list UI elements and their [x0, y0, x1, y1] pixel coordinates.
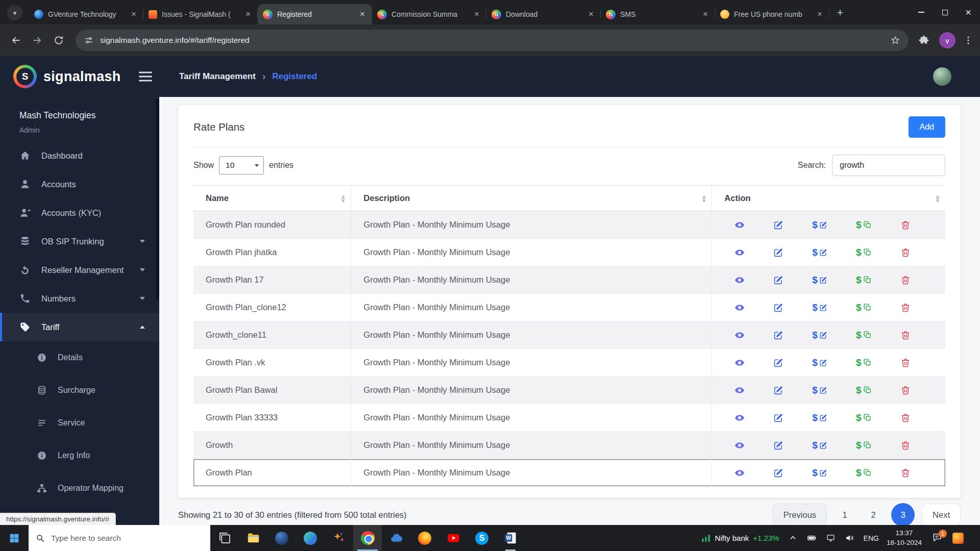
rate-copy-icon[interactable]: $ [856, 440, 872, 450]
rate-copy-icon[interactable]: $ [856, 468, 872, 478]
word-icon[interactable]: W [496, 525, 525, 551]
pagination-item-previous[interactable]: Previous [773, 504, 827, 525]
address-bar[interactable]: signalmash.gventure.info/#/tariff/regist… [76, 30, 909, 51]
rate-edit-icon[interactable]: $ [812, 468, 827, 478]
language-indicator[interactable]: ENG [864, 534, 879, 542]
user-avatar[interactable] [933, 67, 951, 86]
rate-edit-icon[interactable]: $ [812, 440, 827, 450]
delete-icon[interactable] [900, 358, 911, 368]
edit-icon[interactable] [773, 247, 783, 258]
delete-icon[interactable] [900, 413, 911, 423]
close-button[interactable]: × [957, 0, 980, 24]
skype-icon[interactable]: S [468, 525, 496, 551]
file-explorer-icon[interactable] [239, 525, 267, 551]
bookmark-star-icon[interactable] [890, 35, 900, 45]
sphere-icon[interactable] [267, 525, 296, 551]
forward-button[interactable] [27, 30, 48, 51]
rate-copy-icon[interactable]: $ [856, 385, 872, 395]
view-icon[interactable] [734, 303, 745, 313]
delete-icon[interactable] [900, 220, 911, 230]
hamburger-menu-icon[interactable] [139, 72, 152, 82]
rate-edit-icon[interactable]: $ [812, 220, 827, 230]
sidebar-item-reseller-management[interactable]: Reseller Management [0, 256, 159, 284]
view-icon[interactable] [734, 413, 745, 423]
tab-close-icon[interactable]: × [358, 9, 367, 19]
delete-icon[interactable] [900, 275, 911, 285]
site-info-icon[interactable] [84, 35, 94, 45]
column-header-name[interactable]: Name [193, 186, 351, 211]
view-icon[interactable] [734, 247, 745, 258]
breadcrumb-root[interactable]: Tariff Management [179, 71, 256, 82]
sidebar-item-service[interactable]: Service [0, 407, 159, 439]
column-header-action[interactable]: Action [712, 186, 945, 211]
taskbar-clock[interactable]: 13:37 18-10-2024 [887, 529, 922, 547]
delete-icon[interactable] [900, 330, 911, 340]
sparkle-icon[interactable] [325, 525, 353, 551]
rate-edit-icon[interactable]: $ [812, 275, 827, 285]
rate-edit-icon[interactable]: $ [812, 358, 827, 367]
tab-commission-summa[interactable]: S Commission Summa × [372, 4, 486, 24]
battery-icon[interactable] [806, 532, 818, 544]
taskbar-search[interactable]: Type here to search [29, 525, 210, 551]
edit-icon[interactable] [773, 330, 783, 340]
rate-copy-icon[interactable]: $ [856, 275, 872, 285]
pagination-item-3[interactable]: 3 [891, 503, 915, 525]
sort-icon[interactable] [702, 194, 705, 203]
tab-close-icon[interactable]: × [586, 9, 596, 19]
view-icon[interactable] [734, 275, 745, 285]
sidebar-scrollbar[interactable] [156, 99, 159, 300]
delete-icon[interactable] [900, 247, 911, 258]
rate-edit-icon[interactable]: $ [812, 330, 827, 340]
new-tab-button[interactable]: + [831, 4, 849, 21]
back-button[interactable] [5, 30, 27, 51]
tray-app-icon[interactable] [952, 533, 964, 544]
sidebar-item-tariff[interactable]: Tariff [0, 313, 159, 341]
tab-issues-signalmash[interactable]: Issues - SignalMash ( × [143, 4, 258, 24]
delete-icon[interactable] [900, 468, 911, 478]
reload-button[interactable] [48, 30, 69, 51]
rate-edit-icon[interactable]: $ [812, 413, 827, 422]
sort-icon[interactable] [936, 194, 939, 203]
edit-icon[interactable] [773, 413, 783, 423]
pagination-item-1[interactable]: 1 [834, 504, 855, 525]
profile-avatar[interactable]: v [939, 32, 955, 48]
task-view-icon[interactable] [210, 525, 239, 551]
view-icon[interactable] [734, 330, 745, 340]
sidebar-item-details[interactable]: Details [0, 341, 159, 374]
edit-icon[interactable] [773, 440, 783, 450]
view-icon[interactable] [734, 440, 745, 450]
tab-registered[interactable]: S Registered × [258, 4, 372, 24]
sidebar-item-dashboard[interactable]: Dashboard [0, 141, 159, 170]
firefox-icon[interactable] [410, 525, 439, 551]
sidebar-item-ob-sip-trunking[interactable]: OB SIP Trunking [0, 227, 159, 256]
view-icon[interactable] [734, 385, 745, 395]
sort-icon[interactable] [341, 194, 345, 203]
tab-search-button[interactable]: ▾ [7, 5, 22, 20]
delete-icon[interactable] [900, 303, 911, 313]
sidebar-item-accounts-kyc[interactable]: Accounts (KYC) [0, 198, 159, 227]
delete-icon[interactable] [900, 440, 911, 450]
sidebar-item-operator-mapping[interactable]: Operator Mapping [0, 472, 159, 505]
page-size-select[interactable]: 10 [219, 156, 264, 174]
tab-sms[interactable]: S SMS × [601, 4, 715, 24]
pagination-item-2[interactable]: 2 [863, 504, 884, 525]
rate-copy-icon[interactable]: $ [856, 358, 872, 367]
tab-close-icon[interactable]: × [701, 9, 710, 19]
tab-close-icon[interactable]: × [472, 9, 481, 19]
view-icon[interactable] [734, 468, 745, 478]
start-button[interactable] [0, 525, 29, 551]
rate-edit-icon[interactable]: $ [812, 303, 827, 312]
tab-close-icon[interactable]: × [243, 9, 253, 19]
extensions-icon[interactable] [918, 34, 930, 46]
chevron-up-icon[interactable] [787, 532, 799, 544]
rate-edit-icon[interactable]: $ [812, 247, 827, 257]
tab-free-us-phone-numb[interactable]: Free US phone numb × [715, 4, 829, 24]
edit-icon[interactable] [773, 275, 783, 285]
tab-close-icon[interactable]: × [129, 9, 138, 19]
edit-icon[interactable] [773, 358, 783, 368]
sidebar-item-numbers[interactable]: Numbers [0, 284, 159, 313]
edge-icon[interactable] [296, 525, 325, 551]
rate-copy-icon[interactable]: $ [856, 220, 872, 230]
view-icon[interactable] [734, 358, 745, 368]
rate-copy-icon[interactable]: $ [856, 303, 872, 312]
